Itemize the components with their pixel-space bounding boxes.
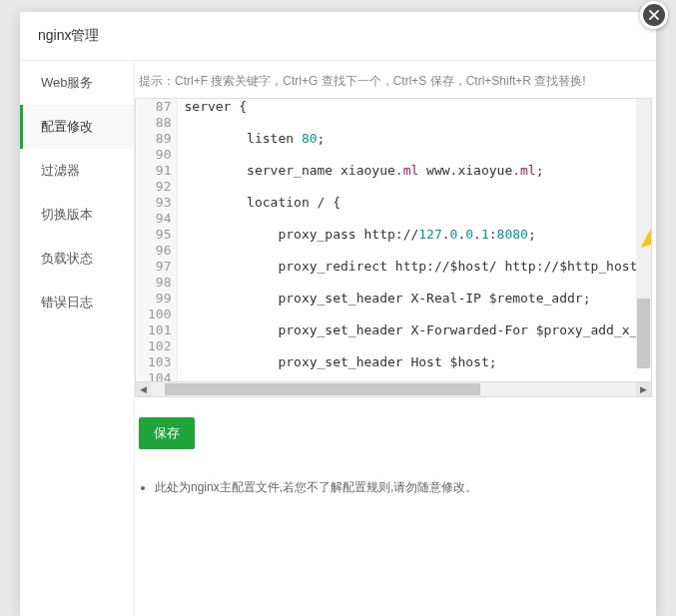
vertical-scrollbar[interactable]: [636, 99, 651, 366]
hint-body: Ctrl+F 搜索关键字，Ctrl+G 查找下一个，Ctrl+S 保存，Ctrl…: [175, 74, 586, 88]
code-line: proxy_set_header Host $host;: [184, 354, 651, 370]
note-item: 此处为nginx主配置文件,若您不了解配置规则,请勿随意修改。: [155, 479, 656, 496]
hscroll-thumb[interactable]: [165, 383, 480, 395]
sidebar-item-1[interactable]: 配置修改: [20, 105, 134, 149]
sidebar: Web服务配置修改过滤器切换版本负载状态错误日志: [20, 61, 135, 616]
hscroll-track[interactable]: [151, 382, 636, 396]
code-editor[interactable]: 8788899091929394959697989910010110210310…: [135, 98, 652, 397]
code-line: [184, 115, 651, 131]
sidebar-item-5[interactable]: 错误日志: [20, 281, 134, 324]
sidebar-item-3[interactable]: 切换版本: [20, 193, 134, 237]
code-area[interactable]: server { listen 80; server_name xiaoyue.…: [178, 99, 651, 381]
code-line: proxy_set_header X-Real-IP $remote_addr;: [184, 291, 651, 307]
vscroll-thumb[interactable]: [637, 299, 650, 368]
code-line: proxy_pass http://127.0.0.1:8080;: [184, 227, 651, 243]
code-line: [184, 338, 651, 354]
horizontal-scrollbar[interactable]: ◀ ▶: [136, 381, 651, 396]
close-icon: [647, 8, 661, 22]
code-line: proxy_set_header X-Forwarded-For $proxy_…: [184, 322, 651, 338]
sidebar-item-4[interactable]: 负载状态: [20, 237, 134, 281]
code-line: server {: [184, 99, 651, 115]
close-button[interactable]: [640, 1, 668, 29]
notes-list: 此处为nginx主配置文件,若您不了解配置规则,请勿随意修改。: [155, 479, 656, 502]
content-panel: 提示：Ctrl+F 搜索关键字，Ctrl+G 查找下一个，Ctrl+S 保存，C…: [135, 61, 656, 616]
code-line: [184, 370, 651, 381]
code-line: listen 80;: [184, 131, 651, 147]
nginx-modal: nginx管理 Web服务配置修改过滤器切换版本负载状态错误日志 提示：Ctrl…: [20, 12, 656, 616]
sidebar-item-2[interactable]: 过滤器: [20, 149, 134, 193]
code-line: [184, 211, 651, 227]
code-line: proxy_redirect http://$host/ http://$htt…: [184, 259, 651, 275]
hint-prefix: 提示：: [139, 74, 175, 88]
code-line: [184, 243, 651, 259]
code-line: [184, 179, 651, 195]
hscroll-right-arrow[interactable]: ▶: [636, 382, 651, 396]
code-line: [184, 275, 651, 291]
save-button[interactable]: 保存: [139, 417, 195, 449]
hint-text: 提示：Ctrl+F 搜索关键字，Ctrl+G 查找下一个，Ctrl+S 保存，C…: [135, 73, 656, 98]
code-line: [184, 147, 651, 163]
hscroll-left-arrow[interactable]: ◀: [136, 382, 151, 396]
code-line: location / {: [184, 195, 651, 211]
code-line: server_name xiaoyue.ml www.xiaoyue.ml;: [184, 163, 651, 179]
sidebar-item-0[interactable]: Web服务: [20, 61, 134, 105]
modal-title: nginx管理: [20, 12, 656, 61]
line-gutter: 8788899091929394959697989910010110210310…: [136, 99, 178, 381]
code-line: [184, 307, 651, 322]
